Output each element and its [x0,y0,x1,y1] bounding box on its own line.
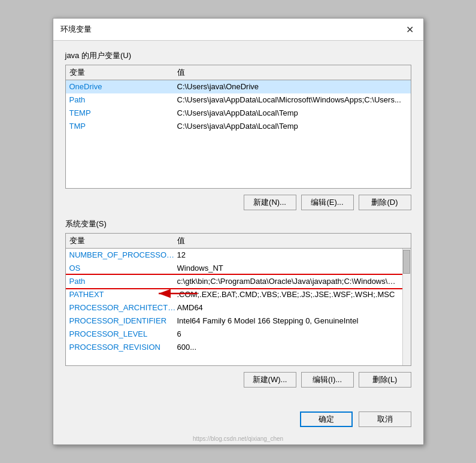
user-cell-var: Path [69,95,177,104]
sys-table-row[interactable]: PATHEXT .COM;.EXE;.BAT;.CMD;.VBS;.VBE;.J… [66,288,402,301]
sys-edit-button[interactable]: 编辑(I)... [301,372,354,388]
scrollbar-thumb[interactable] [403,250,410,274]
sys-table-row[interactable]: Path c:\gtk\bin;C:\ProgramData\Oracle\Ja… [66,275,402,288]
ok-button[interactable]: 确定 [300,411,353,427]
user-cell-val: C:\Users\java\AppData\Local\Microsoft\Wi… [177,95,407,104]
user-section-label: java 的用户变量(U) [65,50,411,61]
scrollbar-track[interactable] [402,249,411,365]
user-cell-var: TMP [69,122,177,131]
user-button-row: 新建(N)... 编辑(E)... 删除(D) [65,195,411,210]
sys-cell-val: c:\gtk\bin;C:\ProgramData\Oracle\Java\ja… [177,277,399,286]
sys-cell-var: Path [69,277,177,286]
user-delete-button[interactable]: 删除(D) [359,195,411,210]
sys-variables-table: 变量 值 NUMBER_OF_PROCESSORS 12 OS Windows_… [65,233,411,366]
user-table-row[interactable]: Path C:\Users\java\AppData\Local\Microso… [66,93,411,107]
sys-table-row[interactable]: PROCESSOR_IDENTIFIER Intel64 Family 6 Mo… [66,314,402,328]
sys-table-body: NUMBER_OF_PROCESSORS 12 OS Windows_NT Pa… [66,249,411,365]
user-edit-button[interactable]: 编辑(E)... [301,195,354,210]
environment-variables-dialog: 环境变量 ✕ java 的用户变量(U) 变量 值 OneDrive C:\Us… [53,18,424,445]
user-table-row[interactable]: TEMP C:\Users\java\AppData\Local\Temp [66,107,411,120]
sys-new-button[interactable]: 新建(W)... [244,372,296,388]
sys-cell-val: Windows_NT [177,264,399,273]
dialog-title: 环境变量 [60,24,92,35]
user-cell-val: C:\Users\java\AppData\Local\Temp [177,122,407,131]
sys-cell-var: PROCESSOR_ARCHITECTURE [69,303,177,312]
sys-cell-val: 600... [177,343,399,352]
watermark: https://blog.csdn.net/qixiang_chen [53,435,423,444]
user-new-button[interactable]: 新建(N)... [244,195,296,210]
footer-button-row: 确定 取消 [53,405,423,435]
sys-section-label: 系统变量(S) [65,219,411,229]
user-table-row[interactable]: TMP C:\Users\java\AppData\Local\Temp [66,120,411,133]
sys-table-row[interactable]: PROCESSOR_REVISION 600... [66,341,402,354]
sys-cell-val: 6 [177,329,399,338]
user-table-header: 变量 值 [66,65,411,80]
cancel-button[interactable]: 取消 [359,411,411,427]
sys-cell-var: PROCESSOR_LEVEL [69,329,177,338]
sys-cell-val: AMD64 [177,303,399,312]
user-col-val-header: 值 [177,67,407,78]
user-table-row[interactable]: OneDrive C:\Users\java\OneDrive [66,80,411,93]
sys-cell-val: Intel64 Family 6 Model 166 Stepping 0, G… [177,316,399,325]
sys-cell-val: 12 [177,250,399,259]
sys-table-row[interactable]: NUMBER_OF_PROCESSORS 12 [66,249,402,262]
sys-section: 系统变量(S) 变量 值 NUMBER_OF_PROCESSORS 12 OS … [65,219,411,388]
close-button[interactable]: ✕ [404,23,416,35]
sys-cell-var: PROCESSOR_IDENTIFIER [69,316,177,325]
sys-cell-var: PROCESSOR_REVISION [69,343,177,352]
user-variables-table: 变量 值 OneDrive C:\Users\java\OneDrive Pat… [65,65,411,189]
sys-table-header: 变量 值 [66,234,411,249]
title-bar: 环境变量 ✕ [53,19,423,41]
dialog-body: java 的用户变量(U) 变量 值 OneDrive C:\Users\jav… [53,41,423,405]
sys-rows-container: NUMBER_OF_PROCESSORS 12 OS Windows_NT Pa… [66,249,402,354]
sys-cell-var: OS [69,264,177,273]
user-col-var-header: 变量 [69,67,177,78]
sys-col-var-header: 变量 [69,235,177,246]
sys-table-row[interactable]: PROCESSOR_LEVEL 6 [66,328,402,341]
sys-cell-var: PATHEXT [69,290,177,299]
sys-delete-button[interactable]: 删除(L) [359,372,411,388]
user-table-body: OneDrive C:\Users\java\OneDrive Path C:\… [66,80,411,188]
sys-button-row: 新建(W)... 编辑(I)... 删除(L) [65,372,411,388]
sys-cell-var: NUMBER_OF_PROCESSORS [69,250,177,259]
sys-col-val-header: 值 [177,235,407,246]
sys-table-row[interactable]: OS Windows_NT [66,262,402,275]
user-cell-val: C:\Users\java\AppData\Local\Temp [177,108,407,117]
user-cell-var: TEMP [69,108,177,117]
user-cell-var: OneDrive [69,82,177,91]
user-cell-val: C:\Users\java\OneDrive [177,82,407,91]
sys-cell-val: .COM;.EXE;.BAT;.CMD;.VBS;.VBE;.JS;.JSE;.… [177,290,399,299]
sys-table-row[interactable]: PROCESSOR_ARCHITECTURE AMD64 [66,301,402,314]
